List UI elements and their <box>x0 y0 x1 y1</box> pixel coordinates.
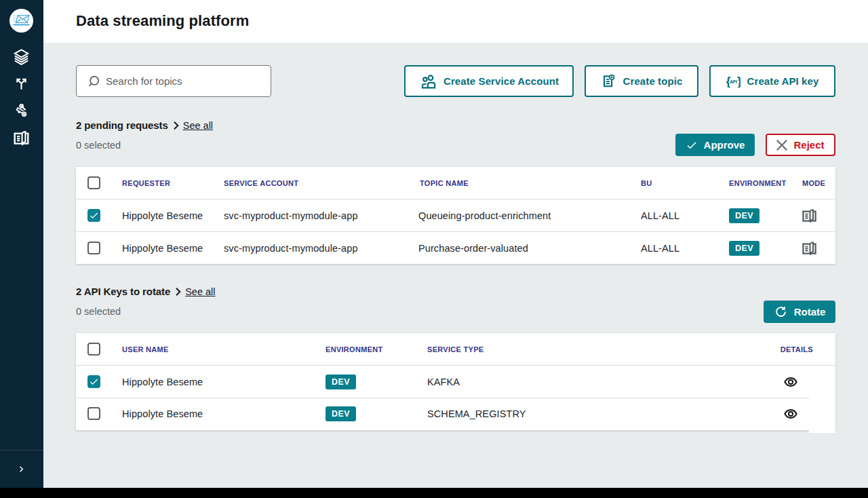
svg-text:}: } <box>737 75 741 88</box>
svg-text:API: API <box>730 79 737 84</box>
